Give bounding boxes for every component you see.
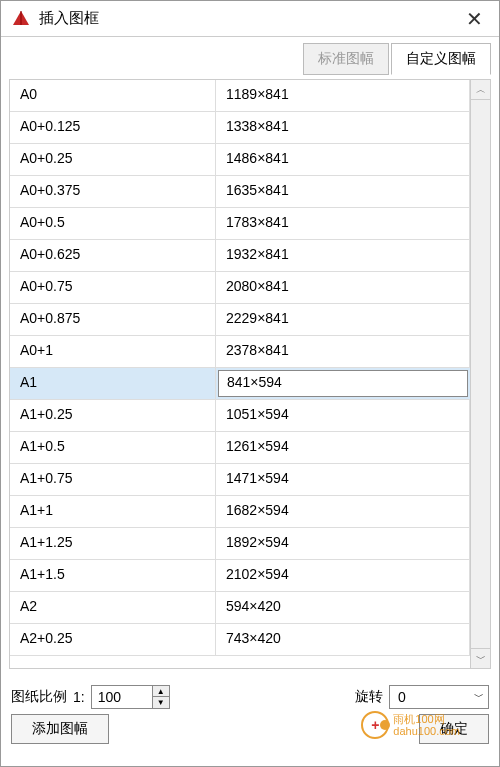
frame-name-cell: A0+0.625 — [10, 240, 216, 271]
titlebar: 插入图框 ✕ — [1, 1, 499, 37]
spinner-up-icon[interactable]: ▲ — [153, 686, 169, 697]
table-row[interactable]: A1+0.751471×594 — [10, 464, 470, 496]
table-row[interactable]: A1+11682×594 — [10, 496, 470, 528]
frame-size-cell: 1682×594 — [216, 496, 470, 527]
frame-name-cell: A1+1.25 — [10, 528, 216, 559]
frame-size-cell: 594×420 — [216, 592, 470, 623]
frame-name-cell: A0+1 — [10, 336, 216, 367]
frame-size-cell: 1635×841 — [216, 176, 470, 207]
table-row[interactable]: A2594×420 — [10, 592, 470, 624]
footer: 图纸比例 1: ▲ ▼ 旋转 0 ﹀ 添加图幅 确定 — [1, 675, 499, 751]
chevron-down-icon: ﹀ — [474, 690, 484, 704]
scroll-up-icon[interactable]: ︿ — [471, 80, 490, 100]
table-row[interactable]: A0+0.752080×841 — [10, 272, 470, 304]
scale-spinner[interactable]: ▲ ▼ — [91, 685, 170, 709]
frame-name-cell: A1+1 — [10, 496, 216, 527]
add-frame-button[interactable]: 添加图幅 — [11, 714, 109, 744]
table-row[interactable]: A1+1.251892×594 — [10, 528, 470, 560]
table-row[interactable]: A0+0.51783×841 — [10, 208, 470, 240]
table-row[interactable]: A0+12378×841 — [10, 336, 470, 368]
frame-name-cell: A0+0.5 — [10, 208, 216, 239]
scrollbar[interactable]: ︿ ﹀ — [470, 80, 490, 668]
frame-size-cell: 1892×594 — [216, 528, 470, 559]
frame-size-cell: 1486×841 — [216, 144, 470, 175]
frame-name-cell: A1 — [10, 368, 216, 399]
ok-button[interactable]: 确定 — [419, 714, 489, 744]
table-row[interactable]: A01189×841 — [10, 80, 470, 112]
rotate-label: 旋转 — [355, 688, 383, 706]
rotate-select[interactable]: 0 ﹀ — [389, 685, 489, 709]
scale-label: 图纸比例 — [11, 688, 67, 706]
frame-name-cell: A0+0.125 — [10, 112, 216, 143]
frame-name-cell: A0+0.875 — [10, 304, 216, 335]
frame-table: A01189×841A0+0.1251338×841A0+0.251486×84… — [9, 79, 491, 669]
frame-size-cell: 2378×841 — [216, 336, 470, 367]
scale-input[interactable] — [92, 687, 152, 707]
frame-size-cell: 2102×594 — [216, 560, 470, 591]
frame-size-cell: 1338×841 — [216, 112, 470, 143]
frame-size-cell: 743×420 — [216, 624, 470, 655]
table-row[interactable]: A0+0.6251932×841 — [10, 240, 470, 272]
frame-name-cell: A0+0.375 — [10, 176, 216, 207]
close-button[interactable]: ✕ — [460, 7, 489, 31]
frame-size-cell: 2229×841 — [216, 304, 470, 335]
frame-size-cell: 1261×594 — [216, 432, 470, 463]
scroll-down-icon[interactable]: ﹀ — [471, 648, 490, 668]
frame-size-cell: 1189×841 — [216, 80, 470, 111]
frame-name-cell: A0 — [10, 80, 216, 111]
frame-size-cell: 1932×841 — [216, 240, 470, 271]
table-row[interactable]: A0+0.1251338×841 — [10, 112, 470, 144]
table-row[interactable]: A2+0.25743×420 — [10, 624, 470, 656]
spinner-down-icon[interactable]: ▼ — [153, 697, 169, 708]
frame-size-cell: 1471×594 — [216, 464, 470, 495]
frame-name-cell: A1+0.75 — [10, 464, 216, 495]
frame-size-cell[interactable]: 841×594 — [218, 370, 468, 397]
frame-size-cell: 1051×594 — [216, 400, 470, 431]
frame-name-cell: A0+0.25 — [10, 144, 216, 175]
frame-size-cell: 2080×841 — [216, 272, 470, 303]
table-row[interactable]: A1 841×594 — [10, 368, 470, 400]
table-row[interactable]: A0+0.251486×841 — [10, 144, 470, 176]
table-row[interactable]: A1+0.51261×594 — [10, 432, 470, 464]
scale-prefix: 1: — [73, 689, 85, 705]
rotate-value: 0 — [398, 689, 406, 705]
frame-size-cell: 1783×841 — [216, 208, 470, 239]
frame-name-cell: A0+0.75 — [10, 272, 216, 303]
table-row[interactable]: A1+1.52102×594 — [10, 560, 470, 592]
tab-standard[interactable]: 标准图幅 — [303, 43, 389, 75]
frame-name-cell: A1+0.5 — [10, 432, 216, 463]
table-row[interactable]: A0+0.3751635×841 — [10, 176, 470, 208]
table-row[interactable]: A1+0.251051×594 — [10, 400, 470, 432]
frame-name-cell: A2+0.25 — [10, 624, 216, 655]
frame-name-cell: A1+0.25 — [10, 400, 216, 431]
window-title: 插入图框 — [39, 9, 460, 28]
frame-name-cell: A1+1.5 — [10, 560, 216, 591]
table-row[interactable]: A0+0.8752229×841 — [10, 304, 470, 336]
tab-custom[interactable]: 自定义图幅 — [391, 43, 491, 75]
app-icon — [11, 9, 31, 29]
frame-name-cell: A2 — [10, 592, 216, 623]
tab-bar: 标准图幅 自定义图幅 — [1, 37, 499, 75]
